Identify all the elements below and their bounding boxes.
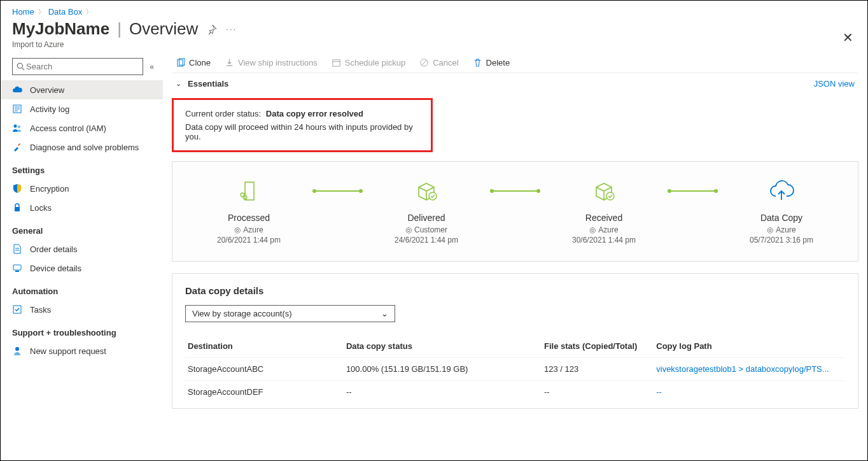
- cloud-upload-icon: [767, 178, 796, 204]
- col-stats: File stats (Copied/Total): [542, 336, 654, 358]
- stage-delivered: Delivered ◎Customer 24/6/2021 1:44 pm: [363, 178, 490, 245]
- sidebar-item-iam[interactable]: Access control (IAM): [1, 118, 163, 138]
- svg-point-14: [15, 347, 19, 351]
- breadcrumb-home[interactable]: Home: [12, 7, 34, 17]
- cloud-icon: [12, 85, 22, 95]
- view-by-select[interactable]: View by storage account(s) ⌄: [185, 305, 395, 322]
- location-icon: ◎: [589, 225, 596, 234]
- svg-line-20: [422, 60, 427, 66]
- status-label: Current order status:: [185, 109, 261, 118]
- chevron-down-icon: ⌄: [381, 309, 388, 318]
- copy-table: Destination Data copy status File stats …: [185, 336, 845, 403]
- device-icon: [12, 263, 22, 273]
- shield-icon: [12, 183, 22, 194]
- clone-icon: [176, 58, 185, 67]
- essentials-header[interactable]: ⌄ Essentials JSON view: [172, 73, 858, 94]
- cell-log-link[interactable]: --: [654, 381, 845, 404]
- sidebar-item-label: Activity log: [30, 104, 69, 114]
- svg-rect-11: [13, 265, 21, 270]
- toolbar: Clone View ship instructions Schedule pi…: [172, 55, 858, 73]
- stage-datacopy: Data Copy ◎Azure 05/7/2021 3:16 pm: [718, 178, 845, 245]
- col-destination: Destination: [185, 336, 344, 358]
- delete-button[interactable]: Delete: [473, 58, 510, 67]
- col-log: Copy log Path: [654, 336, 845, 358]
- table-row: StorageAccountABC 100.00% (151.19 GB/151…: [185, 358, 845, 381]
- document-icon: [12, 244, 22, 254]
- schedule-button[interactable]: Schedule pickup: [332, 58, 405, 67]
- breadcrumb-databox[interactable]: Data Box: [48, 7, 82, 17]
- sidebar-section-settings: Settings: [1, 157, 163, 179]
- sidebar-item-label: Encryption: [30, 184, 69, 194]
- toolbar-label: Delete: [486, 58, 510, 67]
- sidebar-item-overview[interactable]: Overview: [1, 80, 163, 99]
- sidebar-item-label: Order details: [30, 245, 77, 254]
- svg-line-1: [22, 68, 25, 71]
- sidebar-item-activitylog[interactable]: Activity log: [1, 99, 163, 118]
- cell-stats: 123 / 123: [542, 358, 654, 381]
- calendar-icon: [332, 58, 341, 67]
- sidebar-item-diagnose[interactable]: Diagnose and solve problems: [1, 138, 163, 157]
- data-copy-title: Data copy details: [185, 285, 845, 296]
- resource-type: Import to Azure: [1, 40, 867, 55]
- sidebar-item-tasks[interactable]: Tasks: [1, 300, 163, 319]
- location-icon: ◎: [767, 225, 773, 234]
- viewship-button[interactable]: View ship instructions: [225, 58, 318, 67]
- cell-dest: StorageAccountABC: [185, 358, 344, 381]
- sidebar-item-supportrequest[interactable]: New support request: [1, 341, 163, 360]
- sidebar-item-encryption[interactable]: Encryption: [1, 179, 163, 198]
- sidebar-item-label: Diagnose and solve problems: [30, 143, 139, 152]
- main-content: Clone View ship instructions Schedule pi…: [163, 55, 867, 451]
- toolbar-label: View ship instructions: [238, 58, 318, 67]
- svg-rect-21: [245, 182, 254, 200]
- toolbar-label: Cancel: [433, 58, 458, 67]
- svg-rect-17: [333, 60, 340, 66]
- tools-icon: [12, 142, 22, 152]
- sidebar-item-label: Access control (IAM): [30, 124, 106, 133]
- svg-point-0: [17, 63, 22, 68]
- stage-label: Delivered: [407, 213, 445, 223]
- more-icon[interactable]: ···: [226, 24, 237, 34]
- location-icon: ◎: [405, 225, 412, 234]
- stage-time: 20/6/2021 1:44 pm: [217, 236, 281, 245]
- box-check-icon: [591, 178, 617, 204]
- sidebar-item-locks[interactable]: Locks: [1, 198, 163, 217]
- stage-label: Received: [585, 213, 622, 223]
- sidebar-item-label: New support request: [30, 346, 106, 356]
- sidebar-section-general: General: [1, 217, 163, 239]
- server-icon: [236, 178, 262, 204]
- cell-log-link[interactable]: vivekstoragetestblob1 > databoxcopylog/P…: [654, 358, 845, 381]
- stage-time: 24/6/2021 1:44 pm: [395, 236, 458, 245]
- svg-point-6: [14, 125, 17, 128]
- search-input[interactable]: [25, 61, 139, 72]
- svg-point-7: [18, 125, 20, 128]
- location-icon: ◎: [234, 225, 241, 234]
- job-name: MyJobName: [12, 19, 109, 39]
- sidebar-section-support: Support + troubleshooting: [1, 319, 163, 341]
- essentials-title: Essentials: [188, 79, 228, 89]
- support-icon: [12, 346, 22, 356]
- status-line: Current order status: Data copy error re…: [185, 109, 419, 118]
- page-name: Overview: [129, 19, 198, 39]
- stage-received: Received ◎Azure 30/6/2021 1:44 pm: [540, 178, 668, 245]
- select-value: View by storage account(s): [192, 309, 292, 318]
- json-view-link[interactable]: JSON view: [814, 79, 855, 89]
- pin-icon[interactable]: [207, 24, 217, 34]
- col-status: Data copy status: [344, 336, 542, 358]
- cancel-button[interactable]: Cancel: [419, 58, 458, 67]
- sidebar-item-devicedetails[interactable]: Device details: [1, 259, 163, 278]
- cell-stats: --: [542, 381, 654, 404]
- sidebar-item-orderdetails[interactable]: Order details: [1, 239, 163, 259]
- stage-time: 30/6/2021 1:44 pm: [572, 236, 636, 245]
- clone-button[interactable]: Clone: [176, 58, 211, 67]
- table-row: StorageAccountDEF -- -- --: [185, 381, 845, 404]
- close-icon[interactable]: ✕: [843, 30, 853, 45]
- collapse-sidebar-icon[interactable]: «: [150, 62, 154, 71]
- log-icon: [12, 104, 22, 114]
- stage-time: 05/7/2021 3:16 pm: [750, 236, 813, 245]
- search-icon: [17, 62, 25, 71]
- status-description: Data copy will proceed within 24 hours w…: [185, 122, 419, 141]
- box-check-icon: [414, 178, 439, 204]
- sidebar-item-label: Device details: [30, 264, 81, 273]
- chevron-right-icon: 〉: [38, 8, 45, 17]
- search-input-wrap[interactable]: [12, 58, 143, 75]
